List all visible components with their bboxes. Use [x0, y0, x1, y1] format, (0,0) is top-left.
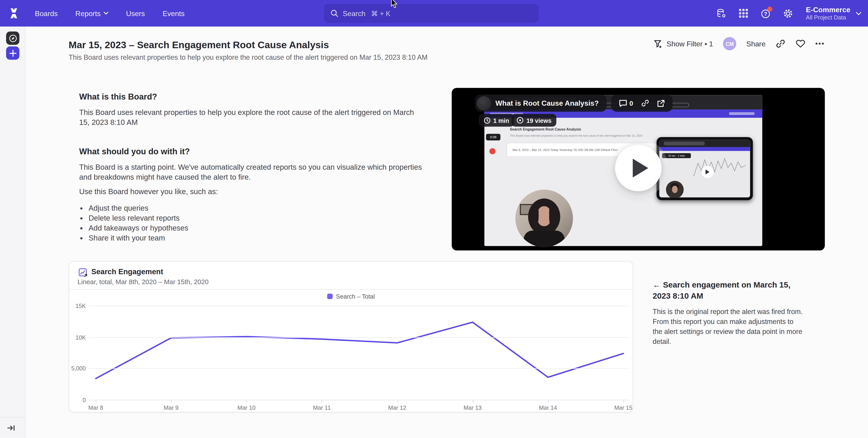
- clock-icon: [484, 117, 490, 124]
- video-title: What is Root Cause Analysis?: [495, 99, 599, 107]
- gridline: [89, 306, 629, 307]
- expand-sidebar-icon: [7, 425, 15, 431]
- nested-purple-navbar: [659, 147, 750, 151]
- thumb-page-subtitle: This Board uses relevant properties to h…: [510, 134, 643, 137]
- presenter-hair-strand: [534, 204, 539, 225]
- more-menu-button[interactable]: •••: [815, 40, 825, 47]
- project-scope: All Project Data: [806, 14, 850, 21]
- gridline: [89, 337, 629, 338]
- x-axis-tick-label: Mar 8: [88, 404, 103, 411]
- x-axis-tick: [623, 400, 624, 402]
- play-button[interactable]: [615, 145, 661, 191]
- app-window: Boards Reports Users Events Search ⌘ + K: [0, 0, 868, 438]
- notification-badge: [767, 6, 772, 11]
- x-axis-tick: [96, 400, 96, 402]
- page-title: Mar 15, 2023 – Search Engagement Root Ca…: [69, 39, 329, 51]
- mixpanel-logo[interactable]: [8, 8, 20, 19]
- page-subtitle: This Board uses relevant properties to h…: [69, 54, 428, 61]
- recording-timer-badge: 0:08: [486, 134, 501, 140]
- list-item: Adjust the queries: [89, 203, 188, 213]
- show-filter-button[interactable]: Show Filter • 1: [654, 40, 713, 48]
- x-axis-tick: [246, 400, 247, 402]
- video-player[interactable]: Search Engagement Root Cause Analysis Th…: [452, 88, 825, 251]
- nav-links: Boards Reports Users Events: [35, 0, 185, 27]
- annotation-heading: ← Search engagement on March 15, 2023 8:…: [653, 279, 803, 301]
- nested-video-screen: 10 sec · 1 view: [659, 140, 750, 197]
- x-axis-tick-label: Mar 10: [238, 404, 255, 411]
- chevron-down-icon: [103, 11, 108, 15]
- copy-link-icon[interactable]: [776, 39, 785, 48]
- board-actions: Show Filter • 1 CM Share •••: [654, 36, 825, 51]
- intro-para-3: Use this Board however you like, such as…: [79, 187, 218, 197]
- video-comments-button[interactable]: 0: [619, 99, 633, 107]
- project-name: E-Commerce: [806, 5, 850, 14]
- nav-item-users[interactable]: Users: [126, 9, 145, 18]
- data-management-icon[interactable]: [716, 8, 727, 18]
- x-axis-tick: [171, 400, 172, 402]
- x-axis-tick-label: Mar 12: [388, 404, 406, 411]
- nav-item-boards[interactable]: Boards: [35, 9, 58, 18]
- chart-legend[interactable]: Search – Total: [69, 293, 633, 300]
- chart-plot-area: Mar 8Mar 9Mar 10Mar 11Mar 12Mar 13Mar 14…: [89, 299, 629, 400]
- project-switcher[interactable]: E-Commerce All Project Data: [806, 5, 862, 21]
- list-item: Share it with your team: [89, 233, 188, 243]
- thumb-toolbar-text: Mar 9, 2023 – Mar 15, 2023 Today Yesterd…: [513, 148, 618, 151]
- video-views-badge: 19 views: [512, 114, 557, 127]
- left-rail: [0, 27, 25, 438]
- settings-gear-icon[interactable]: [783, 8, 793, 18]
- intro-para-2: This Board is a starting point. We've au…: [79, 163, 422, 182]
- views-eye-icon: [517, 117, 524, 124]
- nav-item-reports[interactable]: Reports: [75, 9, 108, 18]
- list-item: Add takeaways or hypotheses: [89, 223, 188, 233]
- apps-grid-icon[interactable]: [738, 8, 749, 18]
- nested-play-button[interactable]: [701, 166, 714, 178]
- video-comment-count: 0: [629, 99, 633, 107]
- favorite-heart-icon[interactable]: [796, 39, 805, 48]
- intro-para-1: This Board uses relevant properties to h…: [79, 108, 416, 128]
- x-axis-tick: [397, 400, 398, 402]
- comment-icon: [619, 99, 627, 107]
- create-new-button[interactable]: [6, 46, 20, 60]
- search-placeholder: Search: [343, 9, 366, 18]
- x-axis-tick-label: Mar 9: [164, 404, 179, 411]
- nested-webcam-bubble: [666, 181, 684, 197]
- gridline: [89, 369, 629, 369]
- avatar[interactable]: CM: [723, 37, 736, 50]
- x-axis-tick-label: Mar 11: [313, 404, 331, 411]
- compass-icon: [9, 34, 17, 42]
- x-axis-tick-label: Mar 14: [539, 404, 557, 411]
- play-icon: [632, 158, 649, 178]
- video-copy-link-icon[interactable]: [641, 99, 649, 107]
- card-divider: [69, 289, 633, 290]
- nav-item-events[interactable]: Events: [163, 9, 185, 18]
- video-actions-pill: 0: [611, 95, 673, 112]
- help-icon[interactable]: ?: [761, 8, 771, 18]
- nested-title-bar: [659, 140, 750, 147]
- video-open-external-icon[interactable]: [657, 99, 664, 107]
- intro-bullet-list: Adjust the queries Delete less relevant …: [79, 203, 188, 243]
- expand-sidebar-button[interactable]: [7, 425, 15, 431]
- nested-video-frame: 10 sec · 1 view: [656, 137, 753, 200]
- share-button[interactable]: Share: [746, 40, 766, 48]
- x-axis-tick-label: Mar 13: [463, 404, 482, 411]
- thumb-page-title: Search Engagement Root Cause Analysis: [510, 127, 581, 131]
- annotation-body: This is the original report the alert wa…: [653, 307, 803, 347]
- search-input[interactable]: Search ⌘ + K: [324, 4, 539, 23]
- presenter-webcam-bubble: [515, 190, 573, 247]
- video-views: 19 views: [526, 117, 552, 124]
- x-axis-tick: [548, 400, 548, 402]
- search-shortcut: ⌘ + K: [371, 9, 391, 18]
- video-duration-badge: 1 min: [479, 114, 514, 127]
- svg-text:?: ?: [764, 11, 767, 16]
- rail-divider: [0, 417, 25, 417]
- intro-heading-2: What should you do with it?: [79, 146, 190, 156]
- y-axis-tick-label: 0: [83, 396, 86, 403]
- chevron-down-icon: [856, 11, 861, 15]
- video-title-pill[interactable]: What is Root Cause Analysis?: [475, 95, 607, 112]
- presenter-hair-strand: [549, 204, 555, 226]
- explore-boards-button[interactable]: [6, 31, 20, 45]
- annotation-section: ← Search engagement on March 15, 2023 8:…: [653, 279, 803, 347]
- report-title[interactable]: Search Engagement: [91, 268, 163, 276]
- y-axis-tick-label: 10K: [75, 334, 86, 340]
- recording-stop-button: [489, 148, 495, 154]
